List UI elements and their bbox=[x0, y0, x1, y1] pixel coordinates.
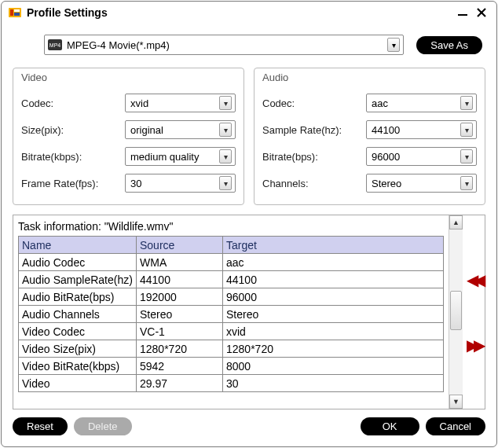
audio-bitrate-value: 96000 bbox=[372, 151, 460, 163]
cell-target: 8000 bbox=[223, 358, 444, 375]
table-row[interactable]: Audio BitRate(bps)19200096000 bbox=[19, 288, 444, 306]
chevron-down-icon: ▾ bbox=[387, 38, 400, 52]
audio-bitrate-label: Bitrate(bps): bbox=[262, 151, 366, 163]
footer: Reset Delete OK Cancel bbox=[2, 409, 496, 445]
video-framerate-value: 30 bbox=[130, 178, 219, 189]
video-size-value: original bbox=[130, 124, 219, 136]
audio-panel: Audio Codec: aac ▾ Sample Rate(hz): 4410… bbox=[254, 68, 485, 205]
audio-bitrate-select[interactable]: 96000 ▾ bbox=[366, 147, 477, 166]
video-bitrate-select[interactable]: medium quality ▾ bbox=[125, 147, 236, 166]
chevron-down-icon: ▾ bbox=[460, 149, 473, 163]
chevron-down-icon: ▾ bbox=[460, 96, 473, 110]
task-info-title: Task information: "Wildlife.wmv" bbox=[18, 220, 444, 233]
svg-rect-2 bbox=[14, 9, 20, 12]
cell-source: 1280*720 bbox=[137, 340, 223, 358]
table-row[interactable]: Video Size(pix)1280*7201280*720 bbox=[19, 340, 444, 358]
table-row[interactable]: Video29.9730 bbox=[19, 375, 444, 392]
table-row[interactable]: Audio CodecWMAaac bbox=[19, 254, 444, 271]
audio-samplerate-select[interactable]: 44100 ▾ bbox=[366, 120, 477, 139]
audio-codec-select[interactable]: aac ▾ bbox=[366, 94, 477, 112]
cell-name: Audio Codec bbox=[19, 254, 137, 271]
cell-target: 44100 bbox=[223, 271, 444, 288]
delete-button[interactable]: Delete bbox=[74, 417, 132, 435]
output-format-select[interactable]: MP4 MPEG-4 Movie(*.mp4) ▾ bbox=[44, 35, 404, 55]
cancel-button[interactable]: Cancel bbox=[426, 417, 485, 435]
titlebar: Profile Settings bbox=[2, 2, 496, 24]
video-panel: Video Codec: xvid ▾ Size(pix): original … bbox=[13, 68, 244, 205]
cell-source: 44100 bbox=[137, 271, 223, 288]
cell-source: VC-1 bbox=[137, 323, 223, 340]
col-target[interactable]: Target bbox=[223, 237, 444, 254]
video-codec-select[interactable]: xvid ▾ bbox=[125, 94, 236, 112]
ok-button[interactable]: OK bbox=[361, 417, 419, 435]
audio-channels-select[interactable]: Stereo ▾ bbox=[366, 174, 477, 193]
cell-target: Stereo bbox=[223, 306, 444, 323]
table-row[interactable]: Audio SampleRate(hz)4410044100 bbox=[19, 271, 444, 288]
audio-codec-label: Codec: bbox=[262, 97, 366, 109]
video-framerate-select[interactable]: 30 ▾ bbox=[125, 174, 236, 193]
audio-samplerate-value: 44100 bbox=[372, 124, 460, 136]
mp4-icon: MP4 bbox=[48, 39, 62, 50]
close-button[interactable] bbox=[473, 6, 490, 20]
table-row[interactable]: Audio ChannelsStereoStereo bbox=[19, 306, 444, 323]
cell-target: 30 bbox=[223, 375, 444, 392]
reset-button[interactable]: Reset bbox=[13, 417, 68, 435]
col-source[interactable]: Source bbox=[137, 237, 223, 254]
audio-channels-label: Channels: bbox=[262, 178, 366, 189]
video-size-select[interactable]: original ▾ bbox=[125, 120, 236, 139]
chevron-down-icon: ▾ bbox=[219, 149, 232, 163]
chevron-down-icon: ▾ bbox=[219, 123, 232, 137]
video-panel-title: Video bbox=[21, 72, 236, 83]
table-row[interactable]: Video BitRate(kbps)59428000 bbox=[19, 358, 444, 375]
cell-name: Audio Channels bbox=[19, 306, 137, 323]
col-name[interactable]: Name bbox=[19, 237, 137, 254]
next-task-button[interactable]: ▶▶ bbox=[467, 336, 481, 354]
audio-panel-title: Audio bbox=[262, 72, 477, 83]
video-size-label: Size(pix): bbox=[21, 124, 125, 136]
scroll-thumb[interactable] bbox=[450, 291, 462, 330]
profile-settings-window: Profile Settings MP4 MPEG-4 Movie(*.mp4)… bbox=[1, 1, 497, 447]
cell-source: WMA bbox=[137, 254, 223, 271]
scroll-up-icon[interactable]: ▲ bbox=[449, 215, 463, 230]
video-bitrate-label: Bitrate(kbps): bbox=[21, 151, 125, 163]
cell-source: 192000 bbox=[137, 288, 223, 306]
chevron-down-icon: ▾ bbox=[460, 123, 473, 137]
video-codec-value: xvid bbox=[130, 97, 219, 109]
audio-codec-value: aac bbox=[372, 97, 460, 109]
table-row[interactable]: Video CodecVC-1xvid bbox=[19, 323, 444, 340]
svg-rect-1 bbox=[10, 9, 13, 16]
cell-target: xvid bbox=[223, 323, 444, 340]
scroll-down-icon[interactable]: ▼ bbox=[449, 395, 463, 409]
cell-target: 1280*720 bbox=[223, 340, 444, 358]
chevron-down-icon: ▾ bbox=[460, 176, 473, 190]
cell-name: Audio BitRate(bps) bbox=[19, 288, 137, 306]
video-codec-label: Codec: bbox=[21, 97, 125, 109]
cell-name: Audio SampleRate(hz) bbox=[19, 271, 137, 288]
cell-target: 96000 bbox=[223, 288, 444, 306]
chevron-down-icon: ▾ bbox=[219, 176, 232, 190]
video-framerate-label: Frame Rate(fps): bbox=[21, 178, 125, 189]
task-info-table: Name Source Target Audio CodecWMAaacAudi… bbox=[18, 236, 444, 392]
cell-name: Video BitRate(kbps) bbox=[19, 358, 137, 375]
save-as-button[interactable]: Save As bbox=[416, 36, 482, 54]
svg-rect-3 bbox=[14, 13, 20, 16]
scroll-track[interactable] bbox=[449, 230, 463, 395]
cell-source: 29.97 bbox=[137, 375, 223, 392]
cell-name: Video Size(pix) bbox=[19, 340, 137, 358]
cell-name: Video bbox=[19, 375, 137, 392]
audio-samplerate-label: Sample Rate(hz): bbox=[262, 124, 366, 136]
task-info-area: Task information: "Wildlife.wmv" Name So… bbox=[13, 215, 485, 409]
cell-target: aac bbox=[223, 254, 444, 271]
audio-channels-value: Stereo bbox=[372, 178, 460, 189]
minimize-button[interactable] bbox=[454, 6, 471, 20]
scrollbar[interactable]: ▲ ▼ bbox=[449, 215, 463, 409]
chevron-down-icon: ▾ bbox=[219, 96, 232, 110]
window-title: Profile Settings bbox=[27, 6, 108, 19]
prev-task-button[interactable]: ◀◀ bbox=[467, 270, 481, 289]
cell-source: 5942 bbox=[137, 358, 223, 375]
cell-source: Stereo bbox=[137, 306, 223, 323]
cell-name: Video Codec bbox=[19, 323, 137, 340]
svg-rect-4 bbox=[458, 14, 467, 16]
app-icon bbox=[8, 6, 22, 20]
video-bitrate-value: medium quality bbox=[130, 151, 219, 163]
